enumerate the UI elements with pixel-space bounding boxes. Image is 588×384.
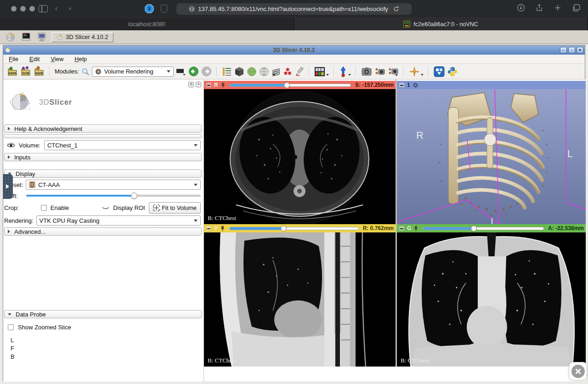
crop-enable-checkbox[interactable] [41, 205, 47, 211]
reload-icon[interactable] [393, 6, 399, 12]
sampling-grid-icon[interactable] [271, 66, 282, 78]
editor-pencil-icon[interactable] [294, 66, 304, 78]
minimize-window-button[interactable] [20, 6, 26, 11]
tab-localhost[interactable]: localhost:8080 [0, 17, 294, 30]
menu-edit[interactable]: Edit [29, 56, 40, 62]
pin-icon[interactable] [413, 226, 418, 231]
menu-file[interactable]: File [9, 56, 18, 62]
collapse-view-icon[interactable] [206, 226, 212, 231]
red-slice-slider-handle[interactable] [284, 82, 290, 88]
extensions-manager-button[interactable] [434, 66, 445, 78]
volume-combobox[interactable]: CTChest_1 [44, 140, 201, 150]
url-bar[interactable]: 137.85.45.7:8080/x11/vnc.html?autoconnec… [176, 3, 412, 15]
module-hierarchy-icon[interactable] [222, 66, 232, 78]
display-section[interactable]: Display [4, 169, 202, 178]
load-dicom-button[interactable]: DCM [20, 66, 31, 78]
close-icon[interactable]: ✕ [577, 47, 583, 53]
python-console-button[interactable] [447, 66, 458, 78]
threed-view-controls: 1 [397, 81, 586, 89]
pin-icon[interactable] [220, 82, 226, 88]
models-sphere-icon[interactable] [247, 66, 257, 78]
tab-novnc[interactable]: fc2e60a86ac7:0 - noVNC [294, 17, 588, 30]
place-fiducial-button[interactable] [339, 66, 351, 78]
coronal-ct-image [397, 232, 586, 367]
window-titlebar[interactable]: 3D Slicer 4.10.2 ─ ▫ ✕ [3, 45, 585, 55]
taskbar-app-button[interactable]: 3D Slicer 4.10.2 [51, 32, 113, 42]
red-slice-slider[interactable] [230, 82, 351, 88]
fit-to-volume-button[interactable]: Fit to Volume [149, 202, 201, 214]
view-options-gear-icon[interactable] [413, 82, 418, 88]
data-probe-section[interactable]: Data Probe [4, 310, 202, 318]
load-data-button[interactable]: DATA [7, 66, 18, 78]
eye-icon[interactable] [7, 142, 15, 148]
downloads-icon[interactable] [517, 4, 525, 12]
save-button[interactable]: SAVE [34, 66, 45, 78]
privacy-shield-extension-icon[interactable] [161, 5, 167, 13]
preset-combobox[interactable]: CT-AAA [26, 180, 201, 190]
red-slice-viewport[interactable]: B: CTChest [204, 89, 396, 224]
wireframe-sphere-icon[interactable] [259, 66, 269, 78]
green-slice-slider[interactable] [423, 226, 544, 232]
novnc-control-button[interactable] [569, 362, 587, 380]
panel-dock-tab[interactable] [3, 174, 13, 199]
hide-panel-icon[interactable]: ✕ [196, 82, 201, 87]
yellow-slice-slider-handle[interactable] [281, 226, 287, 232]
inputs-section[interactable]: Inputs [4, 153, 202, 161]
chevron-down-icon [167, 70, 170, 73]
window-title: 3D Slicer 4.10.2 [3, 47, 585, 53]
preset-value: CT-AAA [38, 181, 60, 188]
pin-icon[interactable] [220, 226, 225, 231]
scene-view-capture-button[interactable] [374, 66, 385, 78]
layout-selector-button[interactable] [314, 66, 329, 78]
collapse-view-icon[interactable] [399, 226, 405, 231]
collapse-view-icon[interactable] [399, 82, 405, 88]
green-slice-slider-handle[interactable] [471, 226, 477, 232]
terminal-icon[interactable] [20, 32, 32, 43]
maximize-icon[interactable]: ▫ [568, 47, 575, 53]
close-window-button[interactable] [11, 6, 17, 11]
back-button[interactable]: ‹ [55, 4, 57, 12]
forward-button[interactable]: › [69, 4, 71, 12]
data-cube-icon[interactable] [234, 66, 244, 78]
threed-viewport[interactable]: R L I [397, 89, 586, 224]
shift-slider[interactable] [26, 192, 201, 199]
menu-view[interactable]: View [51, 56, 63, 62]
orientation-label-i: I [491, 216, 493, 224]
share-icon[interactable] [535, 4, 543, 12]
tab-overview-icon[interactable] [572, 4, 581, 12]
chevron-down-icon [326, 74, 329, 76]
display-settings-icon[interactable] [36, 32, 48, 43]
module-back-button[interactable] [188, 66, 199, 78]
collapse-view-icon[interactable] [206, 82, 212, 88]
advanced-section[interactable]: Advanced... [4, 227, 202, 236]
module-icon [95, 68, 102, 75]
shift-slider-handle[interactable] [131, 192, 137, 199]
zoom-window-button[interactable] [29, 6, 35, 11]
module-selector-combobox[interactable]: Volume Rendering [92, 67, 174, 77]
section-label: Inputs [14, 154, 30, 161]
roi-visibility-eye-icon[interactable] [102, 205, 109, 210]
slicer-launcher-icon[interactable] [5, 32, 17, 43]
new-tab-icon[interactable] [554, 4, 562, 12]
scene-view-restore-button[interactable] [388, 66, 399, 78]
crosshair-button[interactable] [409, 66, 424, 78]
yellow-slice-slider[interactable] [229, 226, 359, 232]
module-search-icon[interactable] [81, 66, 90, 78]
green-slice-viewport[interactable]: B: CTChest [397, 232, 586, 367]
help-acknowledgement-section[interactable]: Help & Acknowledgement [4, 124, 202, 133]
annotations-icon[interactable]: ✱✱✱ [284, 66, 292, 78]
module-history-menu[interactable] [176, 66, 186, 78]
undock-panel-icon[interactable]: ⧉ [188, 82, 194, 87]
rendering-combobox[interactable]: VTK CPU Ray Casting [36, 215, 201, 226]
module-forward-button[interactable] [201, 66, 212, 78]
screenshot-button[interactable] [361, 66, 372, 78]
menu-help[interactable]: Help [74, 56, 87, 62]
show-zoomed-slice-checkbox[interactable] [8, 324, 14, 330]
sidebar-toggle-icon[interactable] [39, 5, 48, 12]
section-label: Data Probe [16, 311, 46, 318]
toolbar-separator [334, 67, 334, 77]
yellow-slice-viewport[interactable]: B: CTChest [204, 232, 396, 367]
minimize-icon[interactable]: ─ [560, 47, 567, 53]
chevron-down-icon [194, 184, 198, 186]
content-blocker-extension-icon[interactable] [144, 4, 154, 14]
